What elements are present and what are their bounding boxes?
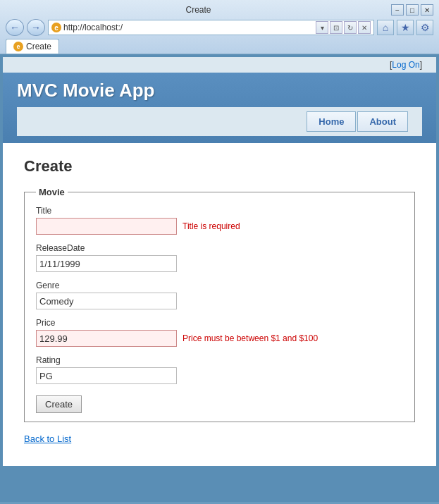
logon-bar: [ Log On ] bbox=[3, 57, 436, 73]
tab-icon: e bbox=[13, 42, 23, 51]
home-icon-button[interactable]: ⌂ bbox=[377, 20, 394, 35]
address-actions: ▾ ⊡ ↻ ✕ bbox=[316, 21, 371, 34]
price-row: Price must be between $1 and $100 bbox=[36, 330, 403, 347]
genre-group: Genre bbox=[36, 281, 403, 309]
toolbar-icons: ⌂ ★ ⚙ bbox=[377, 20, 433, 35]
stop-button[interactable]: ✕ bbox=[358, 21, 371, 34]
main-content: Create Movie Title Title is required Rel… bbox=[3, 143, 436, 458]
refresh-button[interactable]: ↻ bbox=[344, 21, 357, 34]
price-label: Price bbox=[36, 318, 403, 328]
about-nav-link[interactable]: About bbox=[357, 111, 408, 132]
page-heading: Create bbox=[24, 157, 415, 176]
forward-button[interactable]: → bbox=[27, 19, 45, 36]
page-wrapper: [ Log On ] MVC Movie App Home About Crea… bbox=[0, 54, 439, 502]
browser-toolbar: ← → e http://localhost:/ ▾ ⊡ ↻ ✕ ⌂ ★ ⚙ bbox=[6, 19, 433, 36]
price-group: Price Price must be between $1 and $100 bbox=[36, 318, 403, 347]
movie-fieldset: Movie Title Title is required ReleaseDat… bbox=[24, 187, 415, 422]
window-controls: − □ ✕ bbox=[391, 4, 433, 16]
rating-input[interactable] bbox=[36, 367, 177, 384]
nav-bar: Home About bbox=[17, 107, 422, 136]
home-nav-link[interactable]: Home bbox=[307, 111, 356, 132]
create-button[interactable]: Create bbox=[36, 395, 82, 413]
app-header: MVC Movie App Home About bbox=[3, 73, 436, 143]
logon-link[interactable]: Log On bbox=[392, 60, 419, 70]
page-content: [ Log On ] MVC Movie App Home About Crea… bbox=[3, 57, 436, 466]
genre-input[interactable] bbox=[36, 293, 177, 309]
back-button[interactable]: ← bbox=[6, 19, 24, 36]
dropdown-button[interactable]: ▾ bbox=[316, 21, 328, 34]
title-row: Title is required bbox=[36, 218, 403, 235]
address-text: http://localhost:/ bbox=[63, 23, 314, 32]
rating-label: Rating bbox=[36, 355, 403, 365]
title-group: Title Title is required bbox=[36, 206, 403, 235]
title-input[interactable] bbox=[36, 218, 177, 235]
app-title: MVC Movie App bbox=[17, 80, 422, 102]
address-bar[interactable]: e http://localhost:/ ▾ ⊡ ↻ ✕ bbox=[48, 20, 374, 35]
restore-button[interactable]: □ bbox=[406, 4, 419, 16]
browser-chrome: Create − □ ✕ ← → e http://localhost:/ ▾ … bbox=[0, 0, 439, 54]
tab-bar: e Create bbox=[6, 39, 433, 54]
tab-label: Create bbox=[26, 42, 51, 51]
fieldset-legend: Movie bbox=[36, 187, 68, 197]
browser-tab[interactable]: e Create bbox=[6, 39, 59, 54]
rating-group: Rating bbox=[36, 355, 403, 384]
close-button[interactable]: ✕ bbox=[421, 4, 433, 16]
settings-icon-button[interactable]: ⚙ bbox=[416, 20, 433, 35]
minimize-button[interactable]: − bbox=[391, 4, 404, 16]
price-input[interactable] bbox=[36, 330, 177, 347]
releasedate-input[interactable] bbox=[36, 255, 177, 272]
releasedate-group: ReleaseDate bbox=[36, 243, 403, 272]
browser-titlebar: Create − □ ✕ bbox=[6, 4, 433, 16]
genre-label: Genre bbox=[36, 281, 403, 290]
logon-suffix: ] bbox=[420, 60, 422, 70]
compatibility-button[interactable]: ⊡ bbox=[330, 21, 342, 34]
favorites-icon-button[interactable]: ★ bbox=[397, 20, 414, 35]
title-label: Title bbox=[36, 206, 403, 216]
back-to-list-link[interactable]: Back to List bbox=[24, 434, 415, 444]
releasedate-label: ReleaseDate bbox=[36, 243, 403, 253]
price-error: Price must be between $1 and $100 bbox=[183, 333, 318, 343]
browser-title: Create bbox=[6, 5, 391, 15]
browser-icon: e bbox=[51, 23, 61, 32]
title-error: Title is required bbox=[183, 221, 240, 231]
